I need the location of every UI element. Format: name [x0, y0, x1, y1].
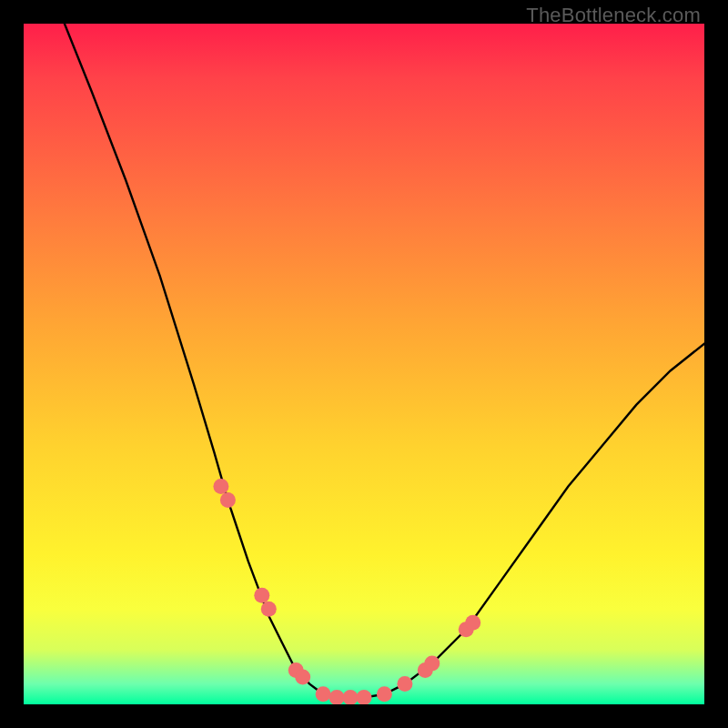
bottleneck-curve: [65, 24, 704, 698]
data-points-group: [213, 479, 480, 704]
data-point: [343, 690, 359, 704]
data-point: [295, 670, 310, 685]
data-point: [424, 656, 440, 672]
data-point: [261, 602, 277, 617]
data-point: [377, 686, 392, 702]
data-point: [213, 479, 228, 494]
data-point: [465, 615, 480, 631]
data-point: [329, 690, 345, 704]
chart-svg-layer: [24, 24, 704, 704]
chart-frame: [24, 24, 704, 704]
data-point: [357, 690, 372, 704]
data-point: [254, 588, 269, 603]
data-point: [316, 686, 331, 702]
data-point: [220, 492, 236, 508]
data-point: [397, 676, 412, 692]
attribution-text: TheBottleneck.com: [526, 4, 701, 27]
